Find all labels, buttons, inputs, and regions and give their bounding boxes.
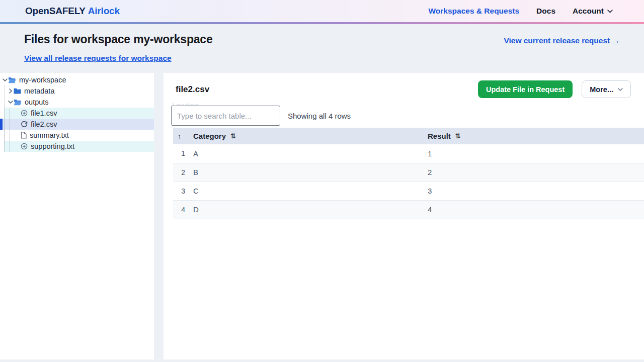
table-row: 1 A 1 [173,144,644,163]
page-head: Files for workspace my-workspace View cu… [0,24,644,73]
row-number-sort-header[interactable]: ↑ [173,128,192,144]
page-title: Files for workspace my-workspace [24,33,213,46]
sort-toggle-icon: ⇅ [230,132,236,140]
tree-item-label: outputs [25,98,49,106]
table-search-input[interactable] [171,106,280,126]
chevron-down-icon[interactable] [7,101,14,104]
chevron-down-icon[interactable] [2,78,8,81]
row-number: 1 [173,144,192,163]
tree-item-outputs[interactable]: outputs [0,97,154,108]
table-row: 2 B 2 [173,163,644,182]
tree-item-file1-csv[interactable]: file1.csv [4,108,154,119]
tree-item-label: summary.txt [30,131,69,139]
update-file-in-request-button[interactable]: Update File in Request [478,80,573,98]
logo-airlock: Airlock [88,6,120,16]
app-logo[interactable]: OpenSAFELYAirlock [25,6,120,17]
tree-item-supporting-txt[interactable]: supporting.txt [4,141,154,152]
chevron-down-icon [607,10,613,13]
table-toolbar: Loading... Showing all 4 rows [171,105,644,127]
nav-docs[interactable]: Docs [536,7,555,16]
row-number: 2 [173,163,192,182]
content-area: my-workspace metadata outputs file [0,73,644,359]
result-cell: 1 [426,144,644,163]
view-all-release-requests-link[interactable]: View all release requests for workspace [24,54,172,63]
tree-item-label: metadata [24,87,54,95]
app-header: OpenSAFELYAirlock Workspaces & Requests … [0,0,644,22]
csv-data-table: ↑ Category⇅ Result⇅ 1 A 1 2 B [173,128,644,219]
result-cell: 3 [426,182,644,200]
table-row: 4 D 4 [173,200,644,219]
column-header-label: Category [193,132,226,140]
category-cell: C [192,182,426,200]
plus-circle-icon [21,110,28,117]
row-number: 3 [173,182,192,200]
folder-closed-icon [14,88,21,94]
category-cell: B [192,163,426,182]
document-icon [21,132,27,139]
table-header-row: ↑ Category⇅ Result⇅ [173,128,644,144]
tree-item-label: file2.csv [31,120,57,128]
tree-item-summary-txt[interactable]: summary.txt [0,130,154,141]
category-column-header[interactable]: Category⇅ [192,128,426,144]
nav-workspaces-requests[interactable]: Workspaces & Requests [428,7,519,16]
more-actions-button[interactable]: More... [582,80,631,98]
table-row: 3 C 3 [173,182,644,200]
file-tree-sidebar: my-workspace metadata outputs file [0,73,154,359]
file-detail-header: file2.csv Update File in Request More... [164,73,644,103]
row-number: 4 [173,200,192,219]
folder-open-icon [8,77,16,83]
chevron-right-icon[interactable] [7,88,14,94]
sort-ascending-icon: ↑ [178,132,181,140]
category-cell: A [192,144,426,163]
header-nav: Workspaces & Requests Docs Account [428,7,613,16]
tree-item-label: file1.csv [31,109,57,117]
tree-item-label: supporting.txt [31,142,74,150]
tree-item-file2-csv[interactable]: file2.csv [3,119,154,130]
nav-account-menu[interactable]: Account [573,7,613,16]
tree-item-my-workspace[interactable]: my-workspace [0,74,154,85]
result-column-header[interactable]: Result⇅ [426,128,644,144]
result-cell: 2 [426,163,644,182]
more-button-label: More... [590,85,613,94]
logo-opensafely: OpenSAFELY [25,6,86,16]
category-cell: D [192,200,426,219]
rows-summary: Showing all 4 rows [288,112,351,120]
plus-circle-icon [21,143,28,150]
selected-item-indicator [0,119,3,130]
nav-account-label: Account [573,7,604,16]
folder-open-icon [14,99,22,106]
tree-item-label: my-workspace [19,76,66,84]
result-cell: 4 [426,200,644,219]
refresh-icon [21,121,28,128]
sort-toggle-icon: ⇅ [455,132,461,140]
tree-item-metadata[interactable]: metadata [0,85,154,97]
chevron-down-icon [618,88,623,91]
column-header-label: Result [428,132,451,140]
view-current-release-link[interactable]: View current release request → [504,36,620,45]
file-title: file2.csv [176,84,209,95]
file-detail-panel: file2.csv Update File in Request More...… [164,73,644,359]
